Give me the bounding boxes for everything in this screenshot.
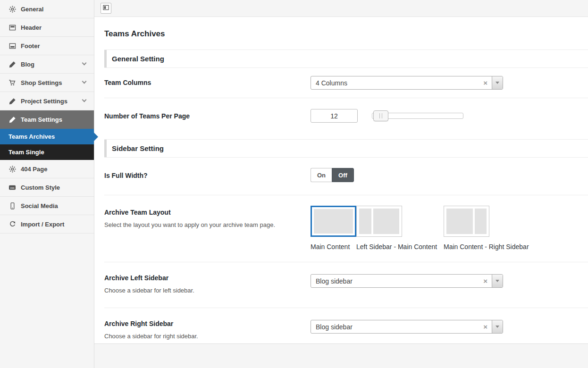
field-description: Select the layout you want to apply on y… (104, 221, 296, 228)
header-icon (8, 24, 17, 31)
slider-handle[interactable] (373, 110, 388, 121)
full-width-on-button[interactable]: On (311, 168, 332, 182)
field-description: Choose a sidebar for left sidebar. (104, 287, 296, 294)
sidebar-item-social-media[interactable]: Social Media (0, 197, 94, 215)
full-width-off-button[interactable]: Off (332, 168, 354, 182)
field-archive-right-sidebar: Archive Right Sidebar Choose a sidebar f… (104, 308, 588, 343)
active-item-arrow (94, 133, 98, 141)
sidebar-item-404-page[interactable]: 404 Page (0, 160, 94, 178)
sidebar-item-teams-archives[interactable]: Teams Archives (0, 129, 94, 144)
settings-sidebar: General Header Footer Blog Shop S (0, 0, 94, 368)
layout-block-main (373, 209, 400, 234)
left-sidebar-value: Blog sidebar (311, 277, 479, 285)
gear-icon (8, 166, 17, 173)
field-teams-per-page: Number of Teams Per Page (104, 98, 588, 140)
cart-icon (8, 79, 17, 86)
sidebar-item-footer[interactable]: Footer (0, 37, 94, 55)
sidebar-item-label: Team Single (8, 149, 44, 156)
field-archive-team-layout: Archive Team Layout Select the layout yo… (104, 195, 588, 262)
theme-options-panel: General Header Footer Blog Shop S (0, 0, 588, 368)
sidebar-item-blog[interactable]: Blog (0, 55, 94, 74)
layout-option-left-sidebar-main[interactable]: Left Sidebar - Main Content (356, 206, 444, 251)
footer-bar (94, 343, 588, 368)
field-label: Team Columns (104, 79, 296, 86)
layout-option-main-right-sidebar[interactable]: Main Content - Right Sidebar (444, 206, 532, 251)
field-label: Archive Team Layout (104, 209, 296, 216)
topbar (94, 0, 588, 17)
layout-block-main (314, 209, 353, 234)
section-accent-bar (104, 50, 107, 67)
dropdown-open-button[interactable] (492, 320, 503, 333)
page-title-row: Teams Archives (104, 17, 588, 50)
clear-icon[interactable]: × (479, 277, 492, 284)
sidebar-item-shop-settings[interactable]: Shop Settings (0, 74, 94, 92)
dropdown-open-button[interactable] (492, 275, 503, 287)
layout-option-main-content[interactable]: Main Content (311, 206, 356, 251)
teams-per-page-slider[interactable] (372, 113, 463, 119)
sidebar-item-custom-style[interactable]: css Custom Style (0, 178, 94, 197)
sidebar-item-header[interactable]: Header (0, 18, 94, 37)
mobile-icon (8, 202, 17, 209)
field-team-columns: Team Columns 4 Columns × (104, 68, 588, 98)
main-panel: Teams Archives General Setting Team Colu… (94, 0, 588, 368)
right-sidebar-value: Blog sidebar (311, 323, 479, 331)
settings-content: Teams Archives General Setting Team Colu… (94, 17, 588, 343)
dropdown-open-button[interactable] (492, 76, 503, 89)
chevron-down-icon (82, 98, 87, 102)
clear-icon[interactable]: × (479, 323, 492, 330)
chevron-down-icon (496, 280, 499, 282)
field-label: Archive Left Sidebar (104, 274, 296, 282)
sidebar-item-label: Project Settings (21, 98, 67, 105)
team-columns-value: 4 Columns (311, 79, 479, 87)
layout-thumbnail[interactable] (356, 206, 402, 237)
right-sidebar-select[interactable]: Blog sidebar × (311, 320, 503, 334)
sidebar-item-label: Team Settings (21, 116, 62, 123)
sidebar-item-label: General (21, 6, 43, 13)
layout-option-label: Main Content - Right Sidebar (444, 243, 532, 251)
chevron-down-icon (82, 61, 87, 66)
sidebar-item-label: Shop Settings (21, 79, 62, 86)
pencil-icon (8, 98, 17, 105)
field-label: Archive Right Sidebar (104, 320, 296, 327)
layout-option-label: Main Content (311, 243, 356, 251)
chevron-down-icon (496, 326, 499, 328)
grip-line (379, 113, 380, 118)
footer-icon (8, 42, 17, 50)
team-columns-select[interactable]: 4 Columns × (311, 76, 503, 90)
layout-option-label: Left Sidebar - Main Content (356, 243, 444, 251)
chevron-down-icon (82, 79, 87, 84)
section-general-setting: General Setting (104, 50, 588, 68)
section-title: General Setting (112, 50, 164, 67)
section-sidebar-setting: Sidebar Setting (104, 140, 588, 158)
field-is-full-width: Is Full Width? On Off (104, 158, 588, 195)
layout-block-sidebar (475, 209, 487, 234)
layout-options: Main Content Left Sidebar - Main Content (311, 206, 588, 251)
clear-icon[interactable]: × (479, 79, 492, 86)
layout-block-main (446, 209, 473, 234)
sidebar-item-project-settings[interactable]: Project Settings (0, 92, 94, 110)
left-sidebar-select[interactable]: Blog sidebar × (311, 274, 503, 288)
chevron-down-icon (496, 82, 499, 84)
pencil-icon (8, 116, 17, 123)
field-description: Choose a sidebar for right sidebar. (104, 333, 296, 340)
sidebar-item-label: 404 Page (21, 166, 47, 173)
svg-text:css: css (10, 186, 15, 189)
sidebar-item-team-single[interactable]: Team Single (0, 144, 94, 160)
teams-per-page-input[interactable] (311, 109, 358, 123)
sidebar-item-label: Import / Export (21, 221, 64, 228)
gear-icon (8, 6, 17, 13)
css-icon: css (8, 184, 17, 191)
sidebar-item-import-export[interactable]: Import / Export (0, 215, 94, 234)
grip-line (382, 113, 382, 118)
sidebar-item-label: Header (21, 24, 42, 31)
section-title: Sidebar Setting (112, 140, 164, 157)
sidebar-item-label: Blog (21, 61, 34, 68)
sidebar-item-general[interactable]: General (0, 0, 94, 18)
sidebar-item-label: Teams Archives (8, 133, 55, 140)
full-width-toggle: On Off (311, 168, 354, 182)
layout-thumbnail-selected[interactable] (311, 206, 356, 237)
panel-toggle-button[interactable] (101, 3, 111, 14)
layout-thumbnail[interactable] (444, 206, 489, 237)
section-accent-bar (104, 140, 107, 157)
sidebar-item-team-settings[interactable]: Team Settings (0, 110, 94, 129)
